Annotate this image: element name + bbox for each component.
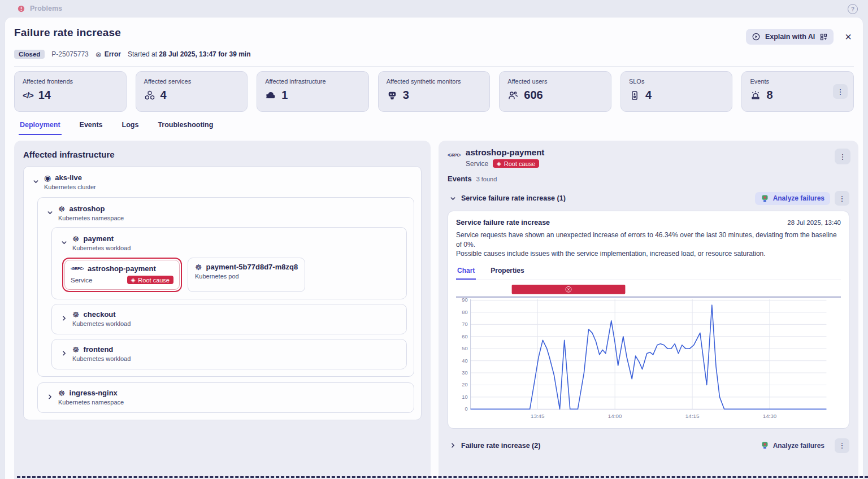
node-name[interactable]: frontend	[84, 345, 114, 354]
kubernetes-workload-icon: ☸	[72, 346, 80, 354]
event-section-title[interactable]: Service failure rate increase (1)	[461, 194, 566, 202]
event-section-title[interactable]: Failure rate increase (2)	[461, 442, 540, 450]
analyze-failures-label: Analyze failures	[773, 442, 824, 450]
tree-node-aks-live[interactable]: ◉ aks-live Kubernetes cluster	[23, 166, 422, 420]
node-name[interactable]: payment	[84, 234, 114, 243]
events-count: 3 found	[476, 176, 497, 182]
tree-node-astroshop[interactable]: ☸ astroshop Kubernetes namespace	[37, 197, 414, 377]
apps-grid-icon	[819, 33, 828, 41]
chevron-down-icon[interactable]	[31, 173, 41, 185]
tab-properties[interactable]: Properties	[489, 264, 525, 280]
breadcrumb: Problems	[0, 0, 868, 17]
card-label: SLOs	[629, 78, 724, 85]
help-icon[interactable]: ?	[848, 4, 858, 14]
tab-troubleshooting[interactable]: Troubleshooting	[157, 117, 214, 135]
svg-text:14:30: 14:30	[763, 413, 777, 419]
node-type: Kubernetes namespace	[58, 215, 124, 221]
kubernetes-workload-icon: ☸	[72, 311, 80, 319]
close-icon[interactable]: ×	[843, 31, 854, 42]
node-name[interactable]: aks-live	[55, 173, 82, 182]
entity-type: Service	[466, 160, 488, 168]
card-label: Affected synthetic monitors	[387, 78, 482, 85]
card-affected-users[interactable]: Affected users 606	[499, 71, 611, 112]
tree-node-ingress-nginx[interactable]: ☸ ingress-nginx Kubernetes namespace	[37, 382, 414, 413]
node-type: Kubernetes namespace	[58, 399, 124, 406]
problem-tabs: Deployment Events Logs Troubleshooting	[5, 112, 863, 135]
node-name[interactable]: ingress-nginx	[70, 389, 118, 397]
svg-text:50: 50	[462, 346, 467, 351]
chevron-right-icon[interactable]	[59, 310, 69, 321]
node-type: Kubernetes pod	[195, 273, 298, 280]
tree-node-astroshop-payment-service[interactable]: ‹GRPC› astroshop-payment Service ◈ Root …	[64, 260, 180, 290]
failure-rate-chart[interactable]: 13:4514:0014:1514:300102030405060708090	[456, 281, 841, 424]
chevron-down-icon[interactable]	[59, 234, 69, 246]
page-title: Failure rate increase	[14, 27, 121, 39]
tab-deployment[interactable]: Deployment	[19, 117, 62, 135]
severity-label: Error	[105, 50, 121, 58]
svg-text:14:00: 14:00	[608, 413, 622, 419]
analyze-failures-button[interactable]: Analyze failures	[755, 439, 830, 452]
event-section-menu-button[interactable]: ⋮	[835, 191, 849, 206]
explain-with-ai-button[interactable]: Explain with AI	[746, 29, 834, 45]
breadcrumb-app-name[interactable]: Problems	[30, 5, 62, 12]
explain-with-ai-label: Explain with AI	[765, 33, 815, 41]
status-badge: Closed	[14, 50, 45, 59]
svg-text:40: 40	[462, 358, 467, 363]
problems-app-icon	[17, 5, 25, 13]
svg-text:0: 0	[465, 406, 467, 412]
users-icon	[507, 90, 519, 101]
card-slos[interactable]: SLOs 4	[620, 71, 733, 112]
chevron-down-icon[interactable]	[448, 195, 458, 202]
problem-id: P-25075773	[51, 50, 88, 58]
node-name[interactable]: astroshop-payment	[88, 264, 156, 273]
root-cause-badge: ◈ Root cause	[127, 276, 173, 284]
tree-node-payment[interactable]: ☸ payment Kubernetes workload	[51, 227, 407, 299]
event-card-tabs: Chart Properties	[456, 264, 841, 280]
card-value: 606	[524, 89, 542, 102]
card-label: Affected services	[144, 78, 240, 85]
window-bottom-edge	[17, 476, 868, 478]
card-affected-frontends[interactable]: Affected frontends </> 14	[14, 71, 127, 112]
chevron-right-icon[interactable]	[45, 389, 55, 400]
event-section-menu-button[interactable]: ⋮	[835, 438, 849, 453]
tab-logs[interactable]: Logs	[121, 117, 140, 135]
tab-events[interactable]: Events	[79, 117, 104, 135]
tab-chart[interactable]: Chart	[456, 264, 476, 280]
events-card-menu-button[interactable]: ⋮	[833, 84, 848, 99]
card-affected-infrastructure[interactable]: Affected infrastructure 1	[257, 71, 369, 112]
chevron-down-icon[interactable]	[45, 204, 55, 216]
code-brackets-icon: </>	[23, 90, 33, 100]
card-events[interactable]: Events 8 ⋮	[741, 71, 854, 112]
kubernetes-namespace-icon: ☸	[58, 205, 66, 213]
tree-node-payment-pod[interactable]: ☸ payment-5b77d8d7-m8zq8 Kubernetes pod	[188, 258, 305, 292]
card-affected-services[interactable]: Affected services 4	[136, 71, 248, 112]
svg-text:80: 80	[462, 309, 467, 315]
card-value: 8	[766, 89, 772, 102]
node-name[interactable]: payment-5b77d8d7-m8zq8	[206, 263, 298, 271]
entity-menu-button[interactable]: ⋮	[835, 149, 850, 164]
problem-header: Failure rate increase Explain with AI ×	[5, 18, 863, 67]
node-type: Kubernetes cluster	[44, 184, 96, 190]
analyze-failures-button[interactable]: Analyze failures	[755, 192, 830, 205]
duration-text: for 39 min	[218, 50, 250, 58]
help-glyph: ?	[851, 6, 854, 12]
chevron-right-icon[interactable]	[448, 442, 458, 448]
card-label: Affected users	[507, 78, 603, 85]
kebab-icon: ⋮	[839, 441, 846, 450]
node-name[interactable]: astroshop	[70, 204, 105, 213]
card-affected-synthetic-monitors[interactable]: Affected synthetic monitors 3	[378, 71, 491, 112]
tree-node-checkout[interactable]: ☸ checkout Kubernetes workload	[51, 304, 407, 334]
kebab-icon: ⋮	[839, 194, 846, 203]
problems-app-window: Problems ? Failure rate increase Explain…	[0, 0, 868, 479]
davis-copilot-icon	[761, 441, 769, 450]
affected-infrastructure-panel: Affected infrastructure ◉ aks-live Kuber	[14, 141, 431, 479]
event-description-line1: Service requests have shown an unexpecte…	[456, 230, 841, 249]
card-value: 4	[160, 89, 167, 102]
error-circle-icon: ⊗	[96, 50, 102, 59]
card-label: Events	[750, 78, 845, 85]
chevron-right-icon[interactable]	[59, 345, 69, 356]
tree-node-frontend[interactable]: ☸ frontend Kubernetes workload	[51, 339, 407, 369]
slo-gauge-icon	[629, 90, 640, 101]
node-name[interactable]: checkout	[84, 310, 116, 319]
davis-ai-icon	[752, 32, 761, 41]
